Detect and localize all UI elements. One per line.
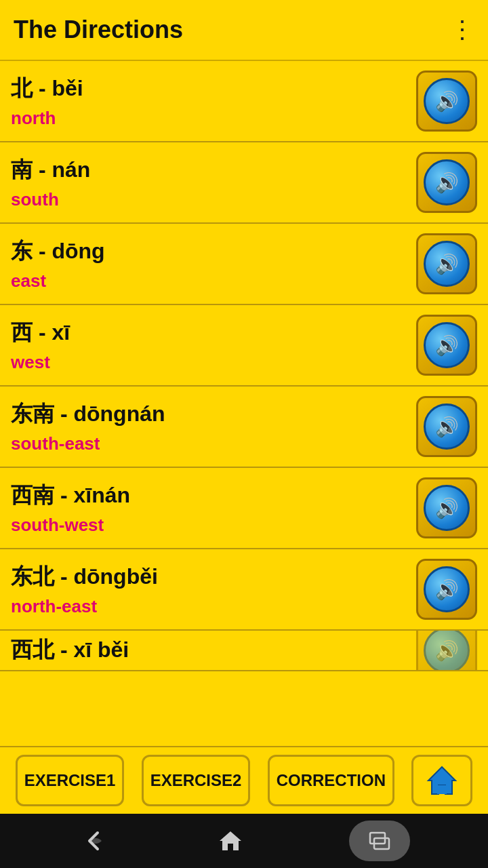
menu-icon[interactable]: ⋮ [450, 16, 474, 44]
sound-btn-inner-6: 🔊 [424, 566, 470, 612]
home-button[interactable] [411, 755, 472, 806]
back-icon [83, 829, 107, 853]
sound-btn-inner-2: 🔊 [424, 241, 470, 287]
vocab-chinese-1: 南 - nán [11, 155, 408, 185]
vocab-english-4: south-east [11, 433, 408, 454]
sound-btn-inner-5: 🔊 [424, 485, 470, 531]
vocab-text-6: 东北 - dōngběi north-east [11, 562, 408, 617]
sound-button-2[interactable]: 🔊 [416, 233, 477, 294]
vocab-text-1: 南 - nán south [11, 155, 408, 210]
vocab-text-3: 西 - xī west [11, 318, 408, 373]
vocab-english-6: north-east [11, 596, 408, 617]
back-button[interactable] [78, 824, 112, 858]
home-nav-button[interactable] [214, 824, 247, 858]
vocab-row: 东北 - dōngběi north-east 🔊 [0, 549, 488, 631]
page-title: The Directions [14, 16, 183, 44]
sound-icon-partial: 🔊 [435, 639, 459, 662]
sound-button-3[interactable]: 🔊 [416, 315, 477, 376]
vocab-row-partial: 西北 - xī běi 🔊 [0, 631, 488, 671]
vocab-english-3: west [11, 352, 408, 373]
vocab-text-5: 西南 - xīnán south-west [11, 481, 408, 536]
vocab-chinese-5: 西南 - xīnán [11, 481, 408, 511]
vocab-chinese-4: 东南 - dōngnán [11, 399, 408, 429]
sound-button-6[interactable]: 🔊 [416, 559, 477, 620]
correction-button[interactable]: CORRECTION [268, 755, 394, 806]
vocab-english-2: east [11, 271, 408, 292]
vocab-chinese-2: 东 - dōng [11, 237, 408, 267]
sound-button-partial[interactable]: 🔊 [416, 631, 477, 671]
sound-icon-3: 🔊 [435, 334, 459, 357]
app-header: The Directions ⋮ [0, 0, 488, 61]
sound-button-4[interactable]: 🔊 [416, 396, 477, 457]
svg-rect-1 [437, 785, 447, 794]
sound-btn-inner-0: 🔊 [424, 78, 470, 124]
vocab-row: 东 - dōng east 🔊 [0, 224, 488, 305]
system-nav-bar [0, 814, 488, 868]
sound-icon-0: 🔊 [435, 90, 459, 113]
vocab-row: 东南 - dōngnán south-east 🔊 [0, 387, 488, 468]
recents-button[interactable] [349, 821, 410, 861]
vocab-text-2: 东 - dōng east [11, 237, 408, 292]
exercise2-button[interactable]: EXERCISE2 [142, 755, 251, 806]
sound-btn-inner-4: 🔊 [424, 403, 470, 450]
vocab-row: 西 - xī west 🔊 [0, 305, 488, 387]
bottom-toolbar: EXERCISE1 EXERCISE2 CORRECTION [0, 746, 488, 814]
sound-icon-4: 🔊 [435, 416, 459, 438]
sound-button-0[interactable]: 🔊 [416, 71, 477, 132]
home-icon [425, 764, 459, 797]
recents-icon [367, 829, 392, 853]
vocab-row: 西南 - xīnán south-west 🔊 [0, 468, 488, 549]
vocab-chinese-6: 东北 - dōngběi [11, 562, 408, 592]
vocab-text-4: 东南 - dōngnán south-east [11, 399, 408, 454]
vocab-row: 南 - nán south 🔊 [0, 142, 488, 224]
vocab-text-0: 北 - běi north [11, 74, 408, 129]
sound-button-5[interactable]: 🔊 [416, 477, 477, 538]
exercise1-button[interactable]: EXERCISE1 [16, 755, 125, 806]
sound-btn-inner-3: 🔊 [424, 322, 470, 368]
sound-icon-5: 🔊 [435, 497, 459, 519]
sound-icon-1: 🔊 [435, 172, 459, 194]
vocab-list: 北 - běi north 🔊 南 - nán south 🔊 东 - dōng [0, 61, 488, 746]
vocab-row: 北 - běi north 🔊 [0, 61, 488, 142]
vocab-english-1: south [11, 189, 408, 210]
vocab-english-0: north [11, 108, 408, 129]
vocab-chinese-partial: 西北 - xī běi [11, 635, 129, 665]
vocab-chinese-3: 西 - xī [11, 318, 408, 348]
vocab-english-5: south-west [11, 515, 408, 536]
sound-btn-inner-1: 🔊 [424, 159, 470, 205]
sound-button-1[interactable]: 🔊 [416, 152, 477, 213]
svg-marker-2 [220, 831, 241, 850]
vocab-chinese-0: 北 - běi [11, 74, 408, 104]
home-nav-icon [218, 829, 243, 853]
sound-icon-2: 🔊 [435, 253, 459, 275]
sound-icon-6: 🔊 [435, 578, 459, 601]
